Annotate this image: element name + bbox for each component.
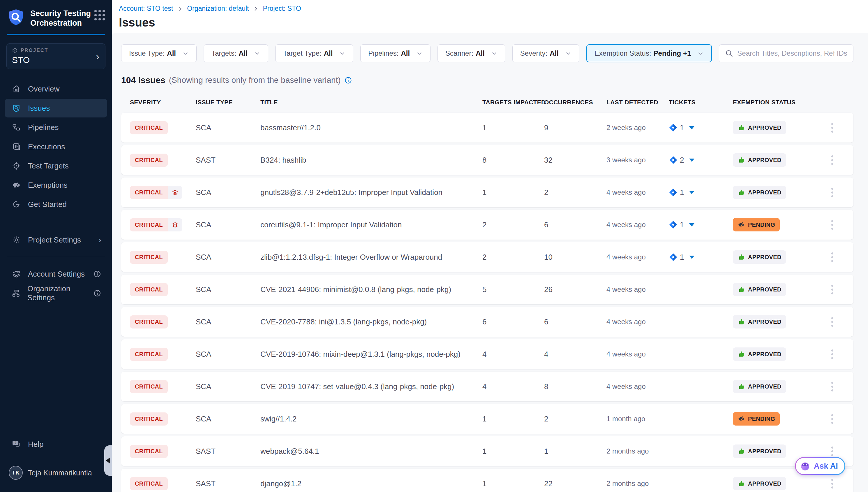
table-row[interactable]: CRITICAL SAST django@1.2 1 22 2 months a… [121, 469, 853, 492]
help-chat-icon: ? [12, 440, 21, 449]
filter-exemption-status[interactable]: Exemption Status:Pending +1 [586, 44, 712, 63]
module-grid-icon[interactable] [95, 10, 105, 20]
issue-type: SAST [196, 447, 260, 456]
filter-severity[interactable]: Severity:All [512, 44, 579, 63]
ticket-dropdown-icon[interactable] [689, 158, 694, 162]
targets-impacted: 1 [482, 415, 544, 423]
sidebar-item-label: Exemptions [28, 181, 68, 190]
table-row[interactable]: CRITICAL SCA coreutils@9.1-1: Improper I… [121, 210, 853, 240]
info-icon[interactable] [344, 76, 352, 84]
ticket-dropdown-icon[interactable] [689, 126, 694, 129]
last-detected: 4 weeks ago [606, 188, 669, 196]
occurrences: 9 [544, 123, 606, 132]
row-menu-button[interactable] [829, 186, 836, 200]
table-row[interactable]: CRITICAL SCA bassmaster//1.2.0 1 9 2 wee… [121, 113, 853, 143]
home-icon [12, 84, 21, 94]
sidebar-item-test-targets[interactable]: Test Targets [5, 156, 107, 175]
sidebar-item-exemptions[interactable]: Exemptions [5, 176, 107, 194]
ticket-dropdown-icon[interactable] [689, 223, 694, 226]
filter-label: Scanner: [445, 49, 473, 57]
row-menu-button[interactable] [829, 153, 836, 167]
row-menu-button[interactable] [829, 412, 836, 426]
issue-type: SCA [196, 253, 260, 262]
table-row[interactable]: CRITICAL SCA CVE-2019-10746: mixin-deep@… [121, 339, 853, 369]
breadcrumb-project-link[interactable]: Project: STO [263, 5, 301, 13]
last-detected: 4 weeks ago [606, 285, 669, 294]
stack-icon [172, 189, 179, 196]
row-menu-button[interactable] [829, 282, 836, 297]
filter-pipelines[interactable]: Pipelines:All [360, 44, 430, 63]
table-row[interactable]: CRITICAL SAST webpack@5.64.1 1 1 2 month… [121, 436, 853, 466]
issue-type: SCA [196, 220, 260, 229]
chevron-right-icon: › [96, 51, 99, 62]
table-row[interactable]: CRITICAL SCA CVE-2019-10747: set-value@0… [121, 372, 853, 401]
exemption-status-label: APPROVED [748, 157, 782, 164]
sidebar-item-get-started[interactable]: Get Started [5, 195, 107, 214]
filter-label: Targets: [211, 49, 236, 57]
exemption-status-label: PENDING [748, 416, 775, 422]
table-row[interactable]: CRITICAL SAST B324: hashlib 8 32 3 weeks… [121, 145, 853, 175]
sidebar-item-pipelines[interactable]: Pipelines [5, 118, 107, 137]
exemption-status-badge: APPROVED [733, 186, 786, 199]
severity-badge: CRITICAL [130, 218, 182, 231]
exemption-status-label: APPROVED [748, 383, 782, 390]
table-row[interactable]: CRITICAL SCA CVE-2021-44906: minimist@0.… [121, 275, 853, 304]
ticket-dropdown-icon[interactable] [689, 191, 694, 194]
sidebar-item-organization-settings[interactable]: Organization Settings [5, 284, 107, 302]
table-row[interactable]: CRITICAL SCA gnutls28@3.7.9-2+deb12u5: I… [121, 177, 853, 207]
project-selector-label: PROJECT [21, 48, 48, 53]
severity-badge: CRITICAL [130, 413, 168, 425]
chevron-right-icon [177, 6, 183, 12]
ticket-cell: 1 [669, 188, 733, 197]
sidebar-item-issues[interactable]: Issues [5, 99, 107, 118]
table-row[interactable]: CRITICAL SCA CVE-2020-7788: ini@1.3.5 (l… [121, 307, 853, 337]
help-button[interactable]: ? Help [0, 435, 112, 453]
results-count-note: (Showing results only from the baseline … [169, 75, 341, 85]
get-started-icon [12, 200, 21, 209]
row-menu-button[interactable] [829, 315, 836, 329]
row-menu-button[interactable] [829, 476, 836, 491]
row-menu-button[interactable] [829, 218, 836, 232]
severity-badge: CRITICAL [130, 477, 168, 490]
search-input[interactable] [737, 49, 847, 57]
row-menu-button[interactable] [829, 347, 836, 362]
row-menu-button[interactable] [829, 121, 836, 135]
occurrences: 6 [544, 317, 606, 326]
sidebar-item-account-settings[interactable]: Account Settings [5, 265, 107, 283]
info-icon[interactable] [93, 289, 101, 297]
exemption-status-badge: PENDING [733, 412, 780, 425]
sidebar-collapse-handle[interactable] [104, 445, 112, 476]
severity-badge: CRITICAL [130, 121, 168, 134]
filter-issue-type[interactable]: Issue Type:All [121, 44, 196, 63]
chevron-down-icon [416, 50, 423, 56]
row-menu-button[interactable] [829, 444, 836, 459]
sidebar-footer: ? Help TK Teja Kummarikuntla [0, 435, 112, 492]
sidebar-item-overview[interactable]: Overview [5, 79, 107, 98]
filter-target-type[interactable]: Target Type:All [275, 44, 353, 63]
filter-label: Pipelines: [368, 49, 398, 57]
sidebar-item-executions[interactable]: Executions [5, 137, 107, 156]
ticket-dropdown-icon[interactable] [689, 255, 694, 259]
row-menu-button[interactable] [829, 250, 836, 264]
eye-off-icon [737, 221, 745, 228]
breadcrumb-organization-link[interactable]: Organization: default [187, 5, 249, 13]
filter-targets[interactable]: Targets:All [204, 44, 268, 63]
info-icon[interactable] [93, 270, 101, 278]
executions-icon [12, 142, 21, 151]
severity-badge: CRITICAL [130, 445, 168, 458]
collapse-arrow-icon [106, 457, 110, 464]
sidebar-item-project-settings[interactable]: Project Settings › [5, 230, 107, 249]
ask-ai-button[interactable]: Ask AI [795, 457, 845, 475]
row-menu-button[interactable] [829, 379, 836, 394]
chevron-down-icon [339, 50, 345, 56]
project-selector[interactable]: PROJECT STO › [6, 44, 105, 69]
severity-badge: CRITICAL [130, 186, 182, 199]
severity-badge-label: CRITICAL [130, 348, 168, 361]
ask-ai-label: Ask AI [814, 462, 838, 471]
table-row[interactable]: CRITICAL SCA swig//1.4.2 1 2 1 month ago… [121, 404, 853, 434]
breadcrumb-account-link[interactable]: Account: STO test [119, 5, 173, 13]
user-profile[interactable]: TK Teja Kummarikuntla [0, 461, 112, 485]
targets-impacted: 6 [482, 317, 544, 326]
filter-scanner[interactable]: Scanner:All [438, 44, 505, 63]
table-row[interactable]: CRITICAL SCA zlib@1:1.2.13.dfsg-1: Integ… [121, 242, 853, 272]
